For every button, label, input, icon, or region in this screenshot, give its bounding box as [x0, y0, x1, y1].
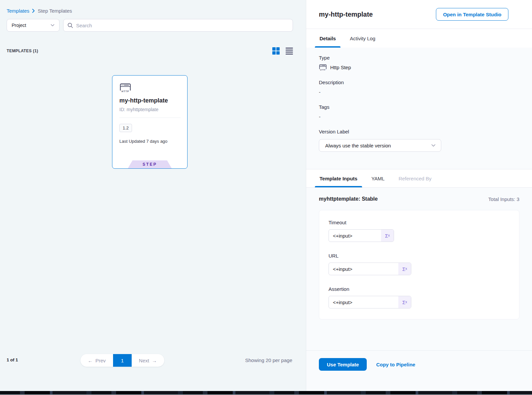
breadcrumb-current: Step Templates — [38, 8, 72, 14]
url-label: URL — [329, 253, 510, 259]
page-range-text: 1 of 1 — [7, 357, 18, 362]
use-template-button[interactable]: Use Template — [319, 358, 367, 371]
next-label: Next — [139, 358, 149, 363]
inputs-heading: myhttptemplate: Stable — [319, 196, 378, 202]
url-input[interactable]: <+input> Σˣ — [329, 263, 411, 275]
step-type-badge: STEP — [128, 160, 172, 168]
breadcrumb-chevron-icon — [32, 9, 35, 13]
description-label: Description — [319, 80, 519, 85]
search-input[interactable] — [76, 23, 289, 28]
open-template-studio-button[interactable]: Open in Template Studio — [436, 8, 508, 21]
version-dropdown-value: Always use the stable version — [325, 143, 391, 148]
chevron-down-icon — [431, 144, 436, 147]
template-card-title: my-http-template — [119, 97, 180, 104]
list-view-icon[interactable] — [286, 48, 293, 55]
last-updated-text: Last Updated 7 days ago — [119, 139, 180, 144]
next-arrow-icon: → — [152, 358, 157, 363]
template-card-id: ID: myhttptemplate — [119, 107, 180, 112]
tab-yaml[interactable]: YAML — [371, 169, 385, 187]
url-input-value: <+input> — [329, 263, 398, 275]
description-value: - — [319, 89, 519, 95]
assertion-input-value: <+input> — [329, 296, 398, 308]
timeout-input-value: <+input> — [329, 230, 381, 242]
scope-dropdown-value: Project — [12, 23, 26, 28]
tags-label: Tags — [319, 104, 519, 110]
type-value: Http Step — [330, 65, 351, 70]
total-inputs-text: Total Inputs: 3 — [488, 196, 519, 202]
details-section: Type HTTP Http Step Description - Tags — [306, 48, 532, 169]
list-controls: Project — [7, 19, 293, 32]
per-page-text: Showing 20 per page — [245, 357, 292, 363]
templates-page: Templates Step Templates Project — [0, 0, 532, 395]
timeout-label: Timeout — [329, 220, 510, 225]
expression-sigma-icon[interactable]: Σˣ — [398, 296, 411, 308]
version-label: Version Label — [319, 129, 519, 134]
grid-view-icon[interactable] — [272, 47, 280, 55]
tab-activity-log[interactable]: Activity Log — [349, 29, 376, 48]
http-step-icon-small: HTTP — [319, 64, 327, 71]
assertion-label: Assertion — [329, 286, 510, 292]
search-icon — [67, 23, 73, 28]
pagination: ← Prev 1 Next → — [80, 354, 164, 367]
scope-dropdown[interactable]: Project — [7, 19, 60, 32]
detail-header: my-http-template Open in Template Studio — [306, 0, 532, 29]
next-page-button[interactable]: Next → — [132, 354, 164, 367]
tags-value: - — [319, 114, 519, 119]
list-header-row: TEMPLATES (1) — [7, 47, 293, 55]
prev-label: Prev — [95, 358, 106, 363]
template-detail-panel: my-http-template Open in Template Studio… — [306, 0, 532, 391]
prev-page-button[interactable]: ← Prev — [80, 354, 113, 367]
chevron-down-icon — [51, 24, 55, 27]
template-card[interactable]: HTTP my-http-template ID: myhttptemplate… — [112, 75, 188, 169]
breadcrumb: Templates Step Templates — [7, 8, 72, 14]
detail-footer: Use Template Copy to Pipeline — [306, 350, 532, 391]
desktop-wallpaper-strip — [0, 391, 532, 395]
detail-tabbar: Details Activity Log — [306, 29, 532, 48]
tab-template-inputs[interactable]: Template Inputs — [319, 169, 358, 187]
inputs-card: Timeout <+input> Σˣ URL <+input> Σˣ Asse… — [319, 210, 519, 319]
breadcrumb-templates-link[interactable]: Templates — [7, 8, 29, 14]
http-icon-caption: HTTP — [121, 90, 129, 93]
expression-sigma-icon[interactable]: Σˣ — [398, 263, 411, 275]
last-updated-label: Last Updated — [119, 139, 145, 144]
template-inputs-section: myhttptemplate: Stable Total Inputs: 3 T… — [306, 187, 532, 350]
prev-arrow-icon: ← — [88, 358, 93, 363]
assertion-field-group: Assertion <+input> Σˣ — [329, 286, 510, 308]
expression-sigma-icon[interactable]: Σˣ — [381, 230, 394, 242]
copy-to-pipeline-link[interactable]: Copy to Pipeline — [376, 358, 415, 371]
card-divider — [119, 117, 181, 118]
tab-referenced-by[interactable]: Referenced By — [398, 169, 432, 187]
view-toggles — [272, 47, 293, 55]
type-label: Type — [319, 55, 519, 61]
inputs-tabbar: Template Inputs YAML Referenced By — [306, 169, 532, 187]
last-updated-value: 7 days ago — [146, 139, 168, 144]
http-icon-caption-small: HTTP — [320, 69, 326, 71]
version-label-dropdown[interactable]: Always use the stable version — [319, 139, 441, 152]
url-field-group: URL <+input> Σˣ — [329, 253, 510, 275]
version-badge: 1.2 — [119, 124, 132, 132]
timeout-field-group: Timeout <+input> Σˣ — [329, 220, 510, 242]
inputs-heading-row: myhttptemplate: Stable Total Inputs: 3 — [319, 196, 519, 202]
page-1-button[interactable]: 1 — [113, 354, 132, 367]
search-box — [63, 19, 293, 32]
templates-list-panel: Templates Step Templates Project — [0, 0, 306, 391]
templates-count-label: TEMPLATES (1) — [7, 49, 38, 53]
assertion-input[interactable]: <+input> Σˣ — [329, 296, 411, 308]
timeout-input[interactable]: <+input> Σˣ — [329, 229, 394, 242]
tab-details[interactable]: Details — [319, 29, 336, 48]
http-step-icon: HTTP — [119, 83, 131, 93]
type-row: HTTP Http Step — [319, 64, 519, 71]
detail-title: my-http-template — [319, 11, 373, 18]
